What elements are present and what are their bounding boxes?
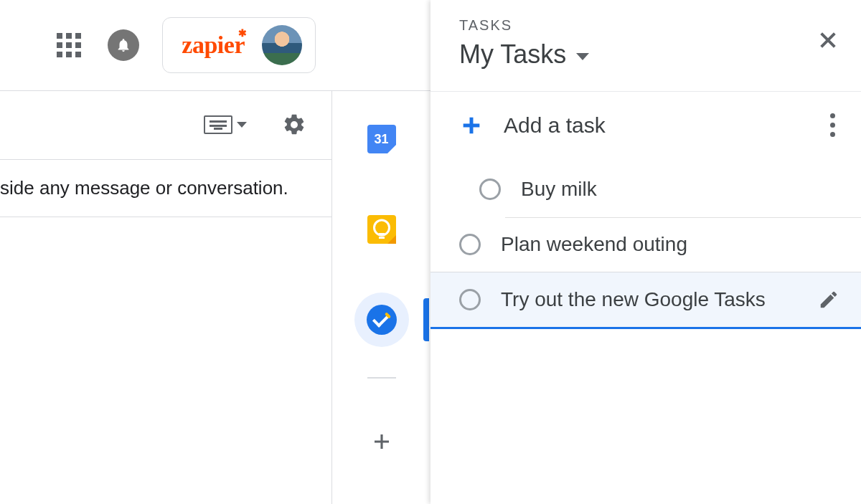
calendar-icon: 31 xyxy=(367,125,396,153)
brand-logo: zapier xyxy=(182,32,245,59)
keep-icon xyxy=(367,215,396,244)
tasks-header: TASKS My Tasks xyxy=(430,0,861,91)
helper-text: side any message or conversation. xyxy=(0,159,331,217)
top-bar-actions: zapier xyxy=(0,17,331,73)
avatar[interactable] xyxy=(262,25,302,65)
task-list-title: My Tasks xyxy=(459,39,566,70)
task-row[interactable]: Plan weekend outing xyxy=(430,217,861,272)
add-task-row: Add a task xyxy=(430,92,861,161)
notifications-icon[interactable] xyxy=(108,29,139,61)
task-list-switcher[interactable]: My Tasks xyxy=(459,39,589,70)
task-title: Plan weekend outing xyxy=(501,233,687,256)
calendar-app-button[interactable]: 31 xyxy=(354,112,409,166)
task-list-menu-button[interactable] xyxy=(826,109,839,141)
plus-icon xyxy=(459,113,484,138)
divider xyxy=(367,377,396,379)
tasks-app-button[interactable] xyxy=(354,293,409,347)
task-complete-toggle[interactable] xyxy=(479,179,501,200)
tasks-panel: TASKS My Tasks Add a task Buy milkPlan w… xyxy=(430,0,861,504)
chevron-down-icon xyxy=(237,122,247,128)
task-complete-toggle[interactable] xyxy=(459,289,481,310)
chevron-down-icon xyxy=(576,53,589,60)
task-row[interactable]: Try out the new Google Tasks xyxy=(430,272,861,329)
tasks-icon xyxy=(367,305,397,335)
task-title: Try out the new Google Tasks xyxy=(501,288,766,311)
add-task-label: Add a task xyxy=(504,113,606,138)
divider xyxy=(505,217,861,218)
add-task-button[interactable]: Add a task xyxy=(459,113,606,138)
task-title: Buy milk xyxy=(521,178,597,201)
selected-indicator xyxy=(423,298,429,341)
edit-icon[interactable] xyxy=(818,289,839,310)
gear-icon xyxy=(282,113,306,137)
tasks-list: Buy milkPlan weekend outingTry out the n… xyxy=(430,161,861,329)
add-app-button[interactable] xyxy=(354,414,409,469)
settings-button[interactable] xyxy=(278,109,310,141)
tasks-eyebrow: TASKS xyxy=(459,17,589,34)
left-area: side any message or conversation. xyxy=(0,90,331,504)
input-toolbar xyxy=(0,90,331,159)
calendar-day-number: 31 xyxy=(374,132,388,147)
side-apps-strip: 31 xyxy=(331,90,430,504)
keyboard-input-button[interactable] xyxy=(204,115,247,134)
account-switcher[interactable]: zapier xyxy=(162,17,316,73)
plus-icon xyxy=(371,431,392,452)
close-button[interactable] xyxy=(817,29,839,52)
keep-app-button[interactable] xyxy=(354,202,409,257)
apps-icon[interactable] xyxy=(53,29,85,61)
task-row[interactable]: Buy milk xyxy=(430,161,861,217)
task-complete-toggle[interactable] xyxy=(459,234,481,255)
